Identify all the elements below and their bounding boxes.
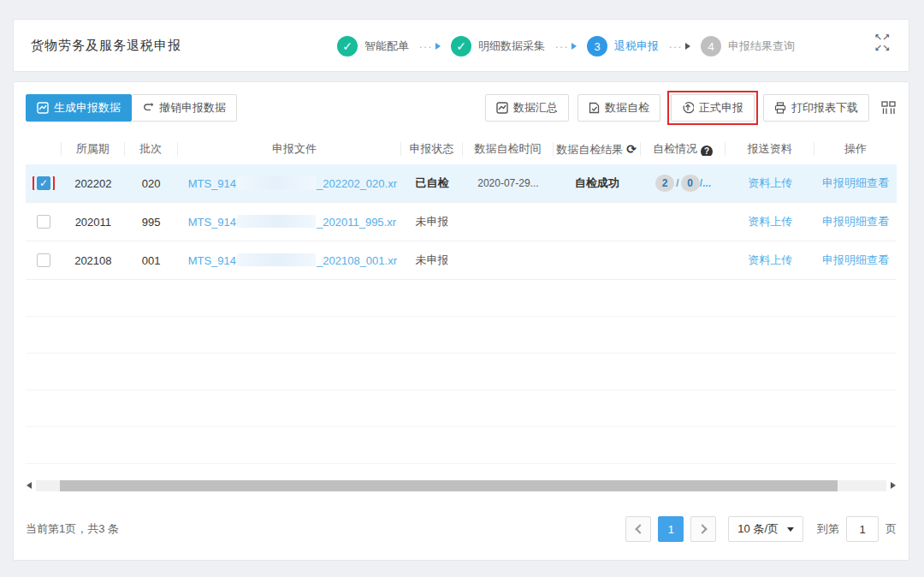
step-tax-refund-declare[interactable]: 3 退税申报 <box>587 36 659 57</box>
declaration-table: 所属期 批次 申报文件 申报状态 数据自检时间 数据自检结果⟳ 自检情况? 报送… <box>26 134 897 464</box>
print-download-button[interactable]: 打印报表下载 <box>763 94 869 122</box>
declaration-file-link[interactable]: MTS_914_202202_020.xr <box>188 177 397 190</box>
redacted-text <box>237 215 316 228</box>
header-batch: 批次 <box>125 142 178 156</box>
header-check-detail-label: 自检情况 <box>653 142 697 155</box>
header-check-result-label: 数据自检结果 <box>556 143 623 156</box>
help-icon[interactable]: ? <box>701 146 713 156</box>
header-select-all[interactable] <box>26 142 62 156</box>
empty-row <box>26 390 897 427</box>
declaration-file-link[interactable]: MTS_914_202108_001.xr <box>188 254 397 267</box>
scrollbar-track[interactable] <box>36 480 886 491</box>
step-result-query[interactable]: 4 申报结果查询 <box>701 36 795 57</box>
column-settings-icon[interactable] <box>881 101 897 115</box>
data-self-check-button[interactable]: 数据自检 <box>578 94 660 122</box>
row-checkbox[interactable] <box>37 176 50 190</box>
generate-declaration-label: 生成申报数据 <box>54 100 121 116</box>
data-self-check-label: 数据自检 <box>605 100 649 116</box>
header-status: 申报状态 <box>401 142 463 156</box>
table-row[interactable]: 202011 995 MTS_914_202011_995.xr 未申报 资料上… <box>26 203 897 241</box>
count-more: /... <box>700 177 711 189</box>
step-smart-matching[interactable]: 智能配单 <box>337 36 409 57</box>
step-label: 退税申报 <box>614 39 659 54</box>
cell-batch: 001 <box>125 254 178 267</box>
step-number: 4 <box>701 36 721 57</box>
cell-status: 未申报 <box>401 214 463 229</box>
view-detail-link[interactable]: 申报明细查看 <box>822 176 889 189</box>
row-checkbox[interactable] <box>37 215 50 229</box>
scroll-right-icon[interactable] <box>886 479 900 492</box>
view-detail-link[interactable]: 申报明细查看 <box>822 215 889 228</box>
declaration-file-link[interactable]: MTS_914_202011_995.xr <box>188 216 396 229</box>
step-arrow-icon: ... <box>555 43 577 50</box>
print-download-label: 打印报表下载 <box>791 100 858 116</box>
upload-materials-link[interactable]: 资料上传 <box>748 253 792 266</box>
current-page-button[interactable]: 1 <box>658 516 684 542</box>
cell-file: MTS_914_202202_020.xr <box>178 176 402 190</box>
data-summary-button[interactable]: 数据汇总 <box>485 94 569 122</box>
file-name-suffix: _202108_001.xr <box>317 254 397 267</box>
step-number: 3 <box>587 36 607 57</box>
cell-file: MTS_914_202011_995.xr <box>178 215 402 229</box>
step-label: 申报结果查询 <box>728 39 795 54</box>
file-name-suffix: _202202_020.xr <box>317 177 397 190</box>
upload-materials-link[interactable]: 资料上传 <box>748 176 792 189</box>
check-count-badge[interactable]: 0 <box>681 175 700 192</box>
prev-page-button[interactable] <box>625 516 651 542</box>
redacted-text <box>237 253 316 266</box>
upload-materials-link[interactable]: 资料上传 <box>748 215 792 228</box>
chart-icon <box>37 102 49 114</box>
chevron-right-icon <box>697 524 707 533</box>
chevron-left-icon <box>635 524 644 533</box>
check-count-badge[interactable]: 2 <box>655 175 674 192</box>
scroll-left-icon[interactable] <box>22 479 36 492</box>
scrollbar-thumb[interactable] <box>60 480 838 491</box>
document-check-icon <box>589 102 600 114</box>
printer-icon <box>774 102 786 114</box>
refresh-icon[interactable]: ⟳ <box>626 142 637 156</box>
cell-batch: 995 <box>125 216 178 229</box>
step-label: 智能配单 <box>364 39 409 54</box>
check-icon <box>451 36 471 57</box>
fullscreen-icon[interactable]: ↖↗↙↘ <box>871 32 893 52</box>
table-row[interactable]: 202108 001 MTS_914_202108_001.xr 未申报 资料上… <box>26 241 897 280</box>
goto-page-input[interactable] <box>846 516 879 542</box>
step-arrow-icon: ... <box>419 43 441 50</box>
step-detail-collection[interactable]: 明细数据采集 <box>451 36 545 57</box>
header-materials: 报送资料 <box>726 142 814 156</box>
header-actions: 操作 <box>814 142 897 156</box>
view-detail-link[interactable]: 申报明细查看 <box>822 253 889 266</box>
cell-status: 未申报 <box>401 253 463 268</box>
revoke-declaration-label: 撤销申报数据 <box>159 100 226 116</box>
data-summary-label: 数据汇总 <box>513 100 558 116</box>
page-size-select[interactable]: 10 条/页 <box>728 516 803 542</box>
header-file: 申报文件 <box>178 142 402 156</box>
revoke-declaration-button[interactable]: 撤销申报数据 <box>132 94 237 122</box>
page-title: 货物劳务及服务退税申报 <box>14 38 181 54</box>
undo-icon <box>142 102 154 114</box>
empty-row <box>26 427 897 464</box>
check-icon <box>337 36 358 57</box>
cell-file: MTS_914_202108_001.xr <box>178 253 402 267</box>
table-row[interactable]: 202202 020 MTS_914_202202_020.xr 已自检 202… <box>26 164 897 203</box>
redacted-text <box>237 176 316 189</box>
horizontal-scrollbar[interactable] <box>22 479 900 492</box>
header-check-result: 数据自检结果⟳ <box>554 142 641 156</box>
cell-check-time: 2020-07-29... <box>463 177 554 189</box>
pagination-info: 当前第1页，共3 条 <box>26 521 119 537</box>
row-checkbox[interactable] <box>37 253 50 267</box>
generate-declaration-button[interactable]: 生成申报数据 <box>26 94 132 122</box>
annotation-highlight-box: 正式申报 <box>671 94 755 122</box>
count-separator: / <box>676 176 679 189</box>
pagination-bar: 当前第1页，共3 条 1 10 条/页 到第 页 <box>26 515 897 544</box>
cell-period: 202011 <box>62 216 125 229</box>
file-name-prefix: MTS_914 <box>188 216 236 229</box>
step-label: 明细数据采集 <box>478 39 545 54</box>
cell-period: 202202 <box>62 177 125 190</box>
header-check-time: 数据自检时间 <box>463 142 554 156</box>
cell-check-detail: 2/0/... <box>641 175 726 192</box>
next-page-button[interactable] <box>690 516 716 542</box>
formal-declare-button[interactable]: 正式申报 <box>671 94 755 122</box>
chevron-down-icon <box>787 527 794 532</box>
declaration-panel: 生成申报数据 撤销申报数据 数据汇总 数据自检 <box>13 81 909 561</box>
